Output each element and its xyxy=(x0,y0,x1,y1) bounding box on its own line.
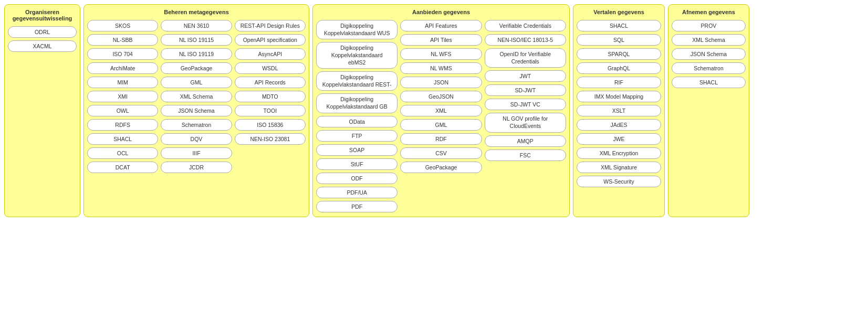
tag-rif[interactable]: RIF xyxy=(577,77,661,88)
tag-nl-iso-19115[interactable]: NL ISO 19115 xyxy=(161,34,232,46)
tag-xml[interactable]: XML xyxy=(400,105,482,116)
tag-xml-signature[interactable]: XML Signature xyxy=(577,162,661,173)
tag-nl-iso-19119[interactable]: NL ISO 19119 xyxy=(161,48,232,60)
column-vertaal: Vertalen gegevens SHACL SQL SPARQL Graph… xyxy=(573,4,665,217)
tag-shacl-a[interactable]: SHACL xyxy=(672,77,746,88)
tag-prov[interactable]: PROV xyxy=(672,20,746,31)
tag-digi-wus[interactable]: DigikoppelingKoppelvlakstandaard WUS xyxy=(316,20,398,39)
col-aanbied-title: Aanbieden gegevens xyxy=(412,9,470,15)
tag-graphql[interactable]: GraphQL xyxy=(577,62,661,74)
tag-ws-security[interactable]: WS-Security xyxy=(577,176,661,187)
tag-iso704[interactable]: ISO 704 xyxy=(87,48,158,60)
tag-ftp[interactable]: FTP xyxy=(316,130,398,142)
tag-geopackage-b[interactable]: GeoPackage xyxy=(161,62,232,74)
tag-verifiable-cred[interactable]: Verifiable Credentials xyxy=(485,20,566,31)
tag-pdf-ua[interactable]: PDF/UA xyxy=(316,187,398,198)
beheer-inner: SKOS NL-SBB ISO 704 ArchiMate MIM XMI OW… xyxy=(87,20,306,173)
column-afneem: Afnemen gegevens PROV XML Schema JSON Sc… xyxy=(668,4,749,217)
tag-openapi[interactable]: OpenAPI specification xyxy=(235,34,306,46)
tag-stuf[interactable]: StUF xyxy=(316,158,398,170)
beheer-subcol-3: REST-API Design Rules OpenAPI specificat… xyxy=(235,20,306,173)
tag-csv[interactable]: CSV xyxy=(400,147,482,159)
tag-wsdl[interactable]: WSDL xyxy=(235,62,306,74)
tag-digi-rest[interactable]: DigikoppelingKoppelvlakstandaard REST- xyxy=(316,71,398,91)
tag-api-features[interactable]: API Features xyxy=(400,20,482,31)
tag-shacl-v[interactable]: SHACL xyxy=(577,20,661,31)
tag-xml-encryption[interactable]: XML Encryption xyxy=(577,147,661,159)
tag-gml-b[interactable]: GML xyxy=(161,77,232,88)
tag-nl-wfs[interactable]: NL WFS xyxy=(400,48,482,60)
aanbied-inner: DigikoppelingKoppelvlakstandaard WUS Dig… xyxy=(316,20,566,212)
tag-json-schema-b[interactable]: JSON Schema xyxy=(161,105,232,116)
tag-fsc[interactable]: FSC xyxy=(485,149,566,161)
tag-iso15836[interactable]: ISO 15836 xyxy=(235,119,306,131)
col-org-title: Organiserengegevensuitwisseling xyxy=(13,9,72,22)
tag-nl-sbb[interactable]: NL-SBB xyxy=(87,34,158,46)
tag-xslt[interactable]: XSLT xyxy=(577,105,661,116)
main-container: Organiserengegevensuitwisseling ODRL XAC… xyxy=(4,4,864,217)
tag-nen-iso23081[interactable]: NEN-ISO 23081 xyxy=(235,133,306,145)
tag-odata[interactable]: OData xyxy=(316,116,398,127)
tag-rest-api[interactable]: REST-API Design Rules xyxy=(235,20,306,31)
tag-api-records[interactable]: API Records xyxy=(235,77,306,88)
tag-ocl[interactable]: OCL xyxy=(87,147,158,159)
column-beheer: Beheren metagegevens SKOS NL-SBB ISO 704… xyxy=(83,4,309,217)
tag-gml[interactable]: GML xyxy=(400,119,482,131)
tag-xml-schema-a[interactable]: XML Schema xyxy=(672,34,746,46)
tag-jades[interactable]: JAdES xyxy=(577,119,661,131)
tag-jwt[interactable]: JWT xyxy=(485,70,566,82)
beheer-subcol-2: NEN 3610 NL ISO 19115 NL ISO 19119 GeoPa… xyxy=(161,20,232,173)
tag-skos[interactable]: SKOS xyxy=(87,20,158,31)
tag-imx-model-mapping[interactable]: IMX Model Mapping xyxy=(577,91,661,102)
aanbied-subcol-2: API Features API Tiles NL WFS NL WMS JSO… xyxy=(400,20,482,212)
tag-sd-jwt[interactable]: SD-JWT xyxy=(485,84,566,96)
tag-iiif[interactable]: IIIF xyxy=(161,147,232,159)
tag-mdto[interactable]: MDTO xyxy=(235,91,306,102)
col-beheer-title: Beheren metagegevens xyxy=(164,9,229,15)
tag-jcdr[interactable]: JCDR xyxy=(161,162,232,173)
tag-geojson[interactable]: GeoJSON xyxy=(400,91,482,102)
tag-odf[interactable]: ODF xyxy=(316,173,398,184)
tag-nl-gov-cloudevents[interactable]: NL GOV profile forCloudEvents xyxy=(485,113,566,132)
tag-dqv[interactable]: DQV xyxy=(161,133,232,145)
tag-archimate[interactable]: ArchiMate xyxy=(87,62,158,74)
tag-schematron-b[interactable]: Schematron xyxy=(161,119,232,131)
tag-soap[interactable]: SOAP xyxy=(316,144,398,156)
tag-dcat[interactable]: DCAT xyxy=(87,162,158,173)
tag-nen-iso-18013[interactable]: NEN-ISO/IEC 18013-5 xyxy=(485,34,566,46)
tag-schematron-a[interactable]: Schematron xyxy=(672,62,746,74)
tag-mim[interactable]: MIM xyxy=(87,77,158,88)
tag-xmi[interactable]: XMI xyxy=(87,91,158,102)
tag-xacml[interactable]: XACML xyxy=(8,40,77,52)
beheer-subcol-1: SKOS NL-SBB ISO 704 ArchiMate MIM XMI OW… xyxy=(87,20,158,173)
tag-odrl[interactable]: ODRL xyxy=(8,26,77,38)
tag-owl[interactable]: OWL xyxy=(87,105,158,116)
aanbied-subcol-1: DigikoppelingKoppelvlakstandaard WUS Dig… xyxy=(316,20,398,212)
tag-digi-ebms2[interactable]: DigikoppelingKoppelvlakstandaard ebMS2 xyxy=(316,42,398,69)
col-afneem-title: Afnemen gegevens xyxy=(682,9,735,15)
tag-api-tiles[interactable]: API Tiles xyxy=(400,34,482,46)
tag-tooi[interactable]: TOOI xyxy=(235,105,306,116)
tag-geopackage[interactable]: GeoPackage xyxy=(400,162,482,173)
column-aanbied: Aanbieden gegevens DigikoppelingKoppelvl… xyxy=(312,4,570,217)
tag-xml-schema-b[interactable]: XML Schema xyxy=(161,91,232,102)
tag-nl-wms[interactable]: NL WMS xyxy=(400,62,482,74)
col-vertaal-title: Vertalen gegevens xyxy=(593,9,644,15)
tag-rdf[interactable]: RDF xyxy=(400,133,482,145)
tag-openid-verifiable[interactable]: OpenID for VerifiableCredentials xyxy=(485,48,566,68)
tag-pdf[interactable]: PDF xyxy=(316,201,398,212)
tag-json[interactable]: JSON xyxy=(400,77,482,88)
aanbied-subcol-3: Verifiable Credentials NEN-ISO/IEC 18013… xyxy=(485,20,566,212)
tag-shacl-b[interactable]: SHACL xyxy=(87,133,158,145)
tag-nen3610[interactable]: NEN 3610 xyxy=(161,20,232,31)
tag-json-schema-a[interactable]: JSON Schema xyxy=(672,48,746,60)
tag-sd-jwt-vc[interactable]: SD-JWT VC xyxy=(485,99,566,110)
tag-jwe[interactable]: JWE xyxy=(577,133,661,145)
tag-digi-gb[interactable]: DigikoppelingKoppelvlakstandaard GB xyxy=(316,93,398,113)
column-org: Organiserengegevensuitwisseling ODRL XAC… xyxy=(4,4,80,217)
tag-sql[interactable]: SQL xyxy=(577,34,661,46)
tag-amqp[interactable]: AMQP xyxy=(485,135,566,147)
tag-rdfs[interactable]: RDFS xyxy=(87,119,158,131)
tag-asyncapi[interactable]: AsyncAPI xyxy=(235,48,306,60)
tag-sparql[interactable]: SPARQL xyxy=(577,48,661,60)
